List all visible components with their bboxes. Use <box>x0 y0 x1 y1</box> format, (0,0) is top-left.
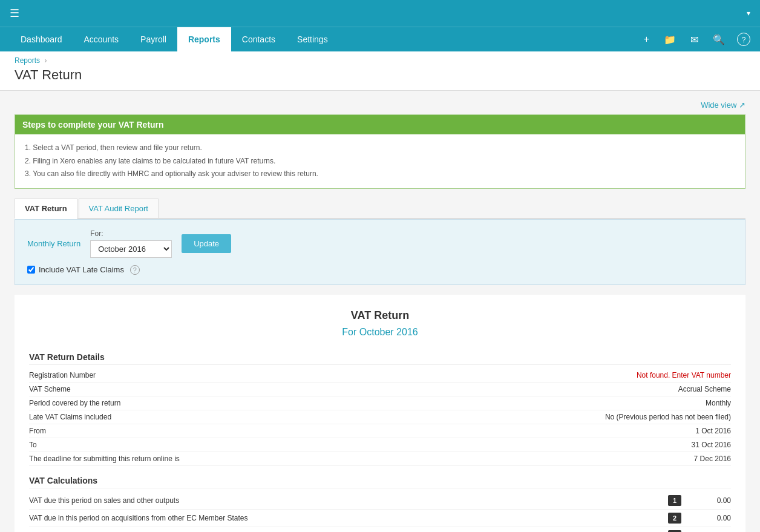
for-group: For: October 2016 September 2016 August … <box>90 229 172 258</box>
wide-view-link[interactable]: Wide view ↗ <box>701 100 745 110</box>
nav-icons: + 📁 ✉ 🔍 ? <box>641 31 750 48</box>
monthly-return-label: Monthly Return <box>27 239 80 248</box>
step1-text: 1. Select a VAT period, then review and … <box>25 142 735 155</box>
steps-body: 1. Select a VAT period, then review and … <box>15 134 745 188</box>
tab-vat-return[interactable]: VAT Return <box>15 199 77 219</box>
filter-row: Monthly Return For: October 2016 Septemb… <box>27 229 733 258</box>
include-vat-late-claims-label: Include VAT Late Claims <box>39 265 124 274</box>
detail-from: From 1 Oct 2016 <box>29 424 731 438</box>
calc-label-1: VAT due this period on sales and other o… <box>29 496 661 505</box>
checkbox-row: Include VAT Late Claims ? <box>27 265 733 275</box>
mail-icon[interactable]: ✉ <box>688 31 701 48</box>
tabs: VAT Return VAT Audit Report <box>15 199 745 219</box>
detail-registration: Registration Number Not found. Enter VAT… <box>29 369 731 383</box>
nav-dashboard[interactable]: Dashboard <box>10 27 73 51</box>
calc-badge-1: 1 <box>668 495 681 506</box>
detail-late-vat-label: Late VAT Claims included <box>29 413 111 421</box>
nav-contacts[interactable]: Contacts <box>231 27 286 51</box>
detail-from-label: From <box>29 427 46 435</box>
detail-deadline-label: The deadline for submitting this return … <box>29 455 180 463</box>
include-vat-late-claims-checkbox[interactable] <box>27 266 35 274</box>
wide-view-container: Wide view ↗ <box>15 100 745 110</box>
search-icon[interactable]: 🔍 <box>710 31 727 48</box>
folder-icon[interactable]: 📁 <box>661 31 678 48</box>
breadcrumb: Reports › <box>15 56 745 65</box>
steps-header: Steps to complete your VAT Return <box>15 115 745 134</box>
detail-vat-scheme-value: Accrual Scheme <box>678 385 731 393</box>
detail-registration-label: Registration Number <box>29 371 96 379</box>
step2-text: 2. Filing in Xero enables any late claim… <box>25 155 735 168</box>
detail-deadline-value: 7 Dec 2016 <box>694 455 731 463</box>
top-bar: ☰ ▾ <box>0 0 760 27</box>
detail-vat-scheme: VAT Scheme Accrual Scheme <box>29 383 731 396</box>
tab-vat-audit-report[interactable]: VAT Audit Report <box>79 199 159 218</box>
calc-row-1: VAT due this period on sales and other o… <box>29 492 731 510</box>
for-label: For: <box>90 229 172 238</box>
help-icon[interactable]: ? <box>737 33 750 46</box>
report-area: VAT Return For October 2016 VAT Return D… <box>15 295 745 532</box>
filter-panel: Monthly Return For: October 2016 Septemb… <box>15 219 745 285</box>
report-main-title: VAT Return <box>29 309 731 322</box>
detail-to-value: 31 Oct 2016 <box>692 441 731 449</box>
add-button[interactable]: + <box>641 31 652 47</box>
top-bar-left: ☰ <box>10 7 25 20</box>
detail-to-label: To <box>29 441 37 449</box>
page-title: VAT Return <box>15 67 745 90</box>
nav-reports[interactable]: Reports <box>177 27 231 51</box>
detail-period-covered: Period covered by the return Monthly <box>29 396 731 410</box>
nav-settings[interactable]: Settings <box>286 27 339 51</box>
nav-items: Dashboard Accounts Payroll Reports Conta… <box>10 27 641 51</box>
detail-registration-value[interactable]: Not found. Enter VAT number <box>637 371 731 379</box>
detail-period-covered-value: Monthly <box>706 399 731 407</box>
vat-details-title: VAT Return Details <box>29 352 731 365</box>
vat-calculations-title: VAT Calculations <box>29 476 731 488</box>
steps-box: Steps to complete your VAT Return 1. Sel… <box>15 114 745 189</box>
top-bar-right: ▾ <box>747 9 750 18</box>
main-content: Wide view ↗ Steps to complete your VAT R… <box>0 91 760 532</box>
calc-badge-2: 2 <box>668 513 681 524</box>
detail-deadline: The deadline for submitting this return … <box>29 452 731 466</box>
detail-late-vat: Late VAT Claims included No (Previous pe… <box>29 410 731 424</box>
calc-row-2: VAT due in this period on acquisitions f… <box>29 510 731 527</box>
late-claims-help-icon[interactable]: ? <box>130 265 140 275</box>
detail-period-covered-label: Period covered by the return <box>29 399 120 407</box>
breadcrumb-area: Reports › VAT Return <box>0 51 760 91</box>
calc-value-2: 0.00 <box>689 514 731 522</box>
calc-label-2: VAT due in this period on acquisitions f… <box>29 514 661 522</box>
dropdown-arrow-icon[interactable]: ▾ <box>747 9 750 18</box>
calc-row-3: Total VAT due (the sum of boxes 1 and 2)… <box>29 527 731 532</box>
nav-bar: Dashboard Accounts Payroll Reports Conta… <box>0 27 760 51</box>
nav-payroll[interactable]: Payroll <box>129 27 177 51</box>
breadcrumb-reports-link[interactable]: Reports <box>15 56 40 65</box>
detail-late-vat-value: No (Previous period has not been filed) <box>605 413 731 421</box>
detail-from-value: 1 Oct 2016 <box>695 427 731 435</box>
calc-value-1: 0.00 <box>689 496 731 505</box>
hamburger-icon[interactable]: ☰ <box>10 7 19 20</box>
report-subtitle: For October 2016 <box>29 327 731 338</box>
period-select[interactable]: October 2016 September 2016 August 2016 <box>90 240 172 258</box>
step3-text: 3. You can also file directly with HMRC … <box>25 168 735 181</box>
detail-vat-scheme-label: VAT Scheme <box>29 385 71 393</box>
nav-accounts[interactable]: Accounts <box>73 27 130 51</box>
update-button[interactable]: Update <box>182 234 231 253</box>
detail-to: To 31 Oct 2016 <box>29 438 731 452</box>
breadcrumb-separator: › <box>44 56 47 65</box>
